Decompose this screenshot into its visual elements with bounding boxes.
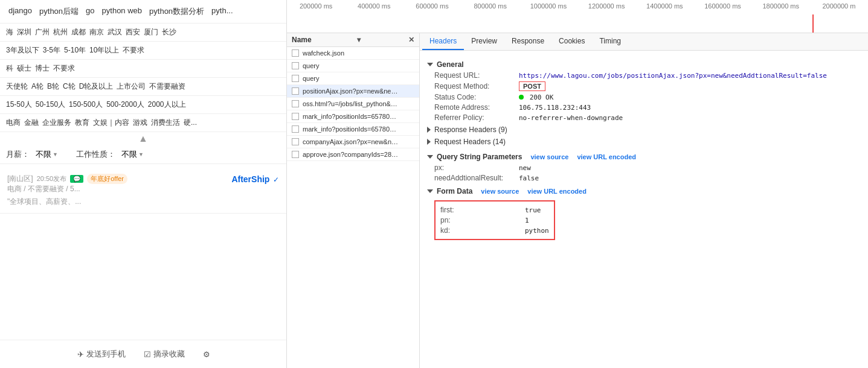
fund-no[interactable]: 不需要融资 bbox=[149, 81, 185, 92]
size-150-500[interactable]: 150-500人 bbox=[69, 100, 103, 110]
exp-any[interactable]: 不要求 bbox=[123, 45, 144, 56]
tab-timing[interactable]: Timing bbox=[592, 33, 628, 50]
send-to-phone-button[interactable]: ✈ 发送到手机 bbox=[71, 346, 132, 362]
request-headers-section[interactable]: Request Headers (14) bbox=[427, 136, 861, 148]
form-view-source[interactable]: view source bbox=[481, 188, 519, 195]
loc-chengdu[interactable]: 成都 bbox=[71, 27, 86, 37]
form-pn-value: 1 bbox=[525, 217, 529, 224]
loc-xian[interactable]: 西安 bbox=[126, 27, 140, 37]
edu-master[interactable]: 硕士 bbox=[17, 63, 31, 74]
file-item-oss[interactable]: oss.html?u=/jobs/list_python&q=7... bbox=[287, 98, 419, 110]
file-checkbox-company-ajax[interactable] bbox=[292, 138, 299, 145]
job-chat-icon: 💬 bbox=[70, 175, 83, 183]
loc-hangzhou[interactable]: 杭州 bbox=[53, 27, 68, 37]
tab-headers[interactable]: Headers bbox=[422, 33, 464, 50]
ind-finance[interactable]: 金融 bbox=[24, 118, 39, 128]
fund-listed[interactable]: 上市公司 bbox=[117, 81, 146, 92]
ind-enterprise[interactable]: 企业服务 bbox=[42, 118, 71, 128]
job-time: 20:50发布 bbox=[37, 174, 67, 183]
loc-hai[interactable]: 海 bbox=[6, 27, 13, 37]
query-view-source[interactable]: view source bbox=[530, 153, 568, 160]
nav-tag-pyth[interactable]: pyth... bbox=[209, 5, 235, 18]
tl-400k: 400000 ms bbox=[345, 2, 403, 10]
size-500-2000[interactable]: 500-2000人 bbox=[106, 100, 144, 110]
loc-shenzhen[interactable]: 深圳 bbox=[17, 27, 31, 37]
file-checkbox-mark2[interactable] bbox=[292, 125, 299, 133]
edu-bachelor[interactable]: 科 bbox=[6, 63, 13, 74]
ind-entertainment[interactable]: 文娱｜内容 bbox=[93, 118, 129, 128]
ind-ecommerce[interactable]: 电商 bbox=[6, 118, 21, 128]
file-item-wafcheck[interactable]: wafcheck.json bbox=[287, 47, 419, 60]
response-headers-section[interactable]: Response Headers (9) bbox=[427, 124, 861, 136]
loc-xiamen[interactable]: 厦门 bbox=[144, 27, 158, 37]
gear-icon: ⚙ bbox=[203, 350, 210, 359]
job-card-aftership[interactable]: [南山区] 20:50发布 💬 年底好offer AfterShip ✓ 电商 … bbox=[0, 168, 286, 214]
salary-dropdown-icon: ▼ bbox=[53, 151, 58, 157]
filter-icon[interactable]: ▾ bbox=[357, 36, 361, 44]
exp-3below[interactable]: 3年及以下 bbox=[6, 45, 39, 56]
general-section-header[interactable]: General bbox=[427, 60, 861, 69]
ind-games[interactable]: 游戏 bbox=[133, 118, 147, 128]
fund-angel[interactable]: 天使轮 bbox=[6, 81, 28, 92]
bookmark-button[interactable]: ☑ 摘录收藏 bbox=[138, 346, 191, 362]
tab-preview[interactable]: Preview bbox=[464, 33, 504, 50]
tl-1200k: 1200000 ms bbox=[577, 2, 635, 10]
request-method-value: POST bbox=[519, 81, 545, 91]
file-checkbox-query1[interactable] bbox=[292, 62, 299, 69]
response-headers-title: Response Headers (9) bbox=[434, 125, 507, 134]
nature-select[interactable]: 不限 ▼ bbox=[121, 149, 144, 160]
fund-b[interactable]: B轮 bbox=[47, 81, 59, 92]
close-icon[interactable]: ✕ bbox=[408, 36, 414, 44]
nav-tag-go[interactable]: go bbox=[83, 5, 97, 18]
scroll-up-icon[interactable]: ▲ bbox=[0, 132, 286, 145]
file-checkbox-query2[interactable] bbox=[292, 75, 299, 82]
fund-c[interactable]: C轮 bbox=[63, 81, 76, 92]
query-view-url-encoded[interactable]: view URL encoded bbox=[577, 153, 636, 160]
nav-tag-python-backend[interactable]: python后端 bbox=[37, 5, 81, 18]
file-checkbox-mark1[interactable] bbox=[292, 113, 299, 120]
edu-phd[interactable]: 博士 bbox=[35, 63, 50, 74]
network-file-list: Name ▾ ✕ wafcheck.json query query bbox=[287, 33, 420, 368]
ind-edu[interactable]: 教育 bbox=[75, 118, 89, 128]
form-view-url-encoded[interactable]: view URL encoded bbox=[527, 188, 587, 195]
fund-a[interactable]: A轮 bbox=[31, 81, 43, 92]
loc-wuhan[interactable]: 武汉 bbox=[108, 27, 122, 37]
query-string-header[interactable]: Query String Parameters view source view… bbox=[427, 153, 861, 161]
size-2000plus[interactable]: 2000人以上 bbox=[148, 100, 186, 110]
settings-button[interactable]: ⚙ bbox=[197, 346, 216, 362]
loc-guangzhou[interactable]: 广州 bbox=[35, 27, 50, 37]
file-item-position-ajax[interactable]: positionAjax.json?px=new&needA... bbox=[287, 85, 419, 98]
size-15-50[interactable]: 15-50人 bbox=[6, 100, 32, 110]
tab-cookies[interactable]: Cookies bbox=[551, 33, 592, 50]
ind-hardware[interactable]: 硬... bbox=[184, 118, 197, 128]
file-item-mark1[interactable]: mark_info?positionIds=6578063%... bbox=[287, 110, 419, 123]
file-checkbox-approve[interactable] bbox=[292, 151, 299, 158]
file-checkbox-position-ajax[interactable] bbox=[292, 87, 299, 95]
nav-tags: django python后端 go python web python数据分析… bbox=[0, 0, 286, 24]
exp-3-5[interactable]: 3-5年 bbox=[43, 45, 60, 56]
file-checkbox-wafcheck[interactable] bbox=[292, 49, 299, 57]
file-item-approve[interactable]: approve.json?companyIds=28643... bbox=[287, 148, 419, 161]
file-item-query2[interactable]: query bbox=[287, 72, 419, 85]
file-item-query1[interactable]: query bbox=[287, 60, 419, 72]
file-item-company-ajax[interactable]: companyAjax.json?px=new&need... bbox=[287, 136, 419, 148]
exp-10plus[interactable]: 10年以上 bbox=[89, 45, 119, 56]
file-item-mark2[interactable]: mark_info?positionIds=6578063%... bbox=[287, 123, 419, 136]
detail-content: General Request URL: https://www.lagou.c… bbox=[420, 51, 868, 247]
exp-5-10[interactable]: 5-10年 bbox=[64, 45, 86, 56]
loc-nanjing[interactable]: 南京 bbox=[89, 27, 104, 37]
form-first-key: first: bbox=[440, 206, 525, 214]
loc-changsha[interactable]: 长沙 bbox=[162, 27, 176, 37]
fund-d[interactable]: D轮及以上 bbox=[79, 81, 114, 92]
nav-tag-django[interactable]: django bbox=[6, 5, 34, 18]
form-data-title: Form Data bbox=[437, 187, 472, 195]
tab-response[interactable]: Response bbox=[504, 33, 551, 50]
size-50-150[interactable]: 50-150人 bbox=[36, 100, 65, 110]
salary-select[interactable]: 不限 ▼ bbox=[36, 149, 58, 160]
nav-tag-python-web[interactable]: python web bbox=[100, 5, 145, 18]
nav-tag-python-data[interactable]: python数据分析 bbox=[147, 5, 207, 18]
edu-any[interactable]: 不要求 bbox=[53, 63, 75, 74]
file-checkbox-oss[interactable] bbox=[292, 100, 299, 107]
ind-consumer[interactable]: 消费生活 bbox=[151, 118, 180, 128]
form-data-header[interactable]: Form Data view source view URL encoded bbox=[427, 187, 861, 195]
